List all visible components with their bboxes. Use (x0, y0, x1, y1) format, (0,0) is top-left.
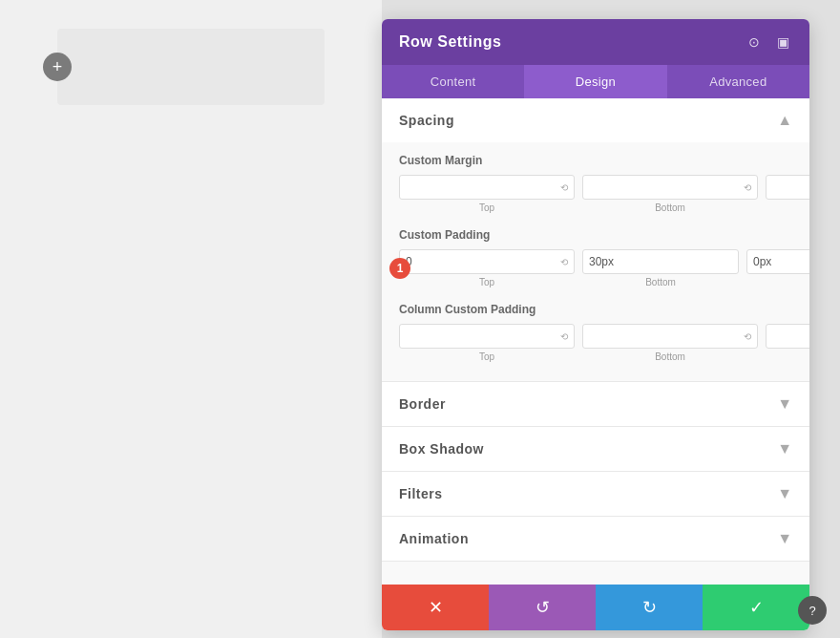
col-padding-left-input[interactable] (766, 325, 809, 348)
custom-margin-row: ⟲ Top ⟲ Bottom (399, 175, 792, 213)
padding-bottom-input-group (582, 249, 739, 274)
section-filters: Filters ▼ (382, 472, 809, 517)
col-custom-padding-row: ⟲ Top ⟲ Bottom (399, 324, 792, 362)
section-animation: Animation ▼ (382, 517, 809, 562)
add-row-button[interactable]: + (43, 53, 72, 81)
confirm-button[interactable]: ✓ (703, 585, 809, 630)
col-padding-left-input-group (766, 324, 809, 349)
margin-top-pair: ⟲ Top (399, 175, 575, 213)
section-spacing: Spacing ▲ Custom Margin ⟲ Top (382, 98, 809, 382)
col-padding-bottom-input-group: ⟲ (582, 324, 758, 349)
col-padding-bottom-pair: ⟲ Bottom (582, 324, 758, 362)
redo-button[interactable]: ↻ (596, 585, 703, 630)
section-box-shadow: Box Shadow ▼ (382, 427, 809, 472)
panel-header: Row Settings ⊙ ▣ (382, 19, 809, 65)
canvas-area: + (0, 0, 382, 638)
column-custom-padding-label: Column Custom Padding (399, 303, 792, 316)
padding-top-label: Top (479, 277, 494, 287)
padding-left-input[interactable] (747, 250, 809, 273)
tabs: Content Design Advanced (382, 65, 809, 98)
margin-bottom-link-icon[interactable]: ⟲ (738, 179, 757, 197)
custom-padding-label: Custom Padding (399, 228, 792, 242)
panel-header-icons: ⊙ ▣ (745, 32, 792, 52)
margin-top-link-icon[interactable]: ⟲ (555, 179, 574, 197)
section-title-box-shadow: Box Shadow (399, 441, 484, 457)
padding-top-pair: ⟲ Top (399, 249, 575, 287)
margin-top-label: Top (479, 202, 494, 213)
padding-left-input-group: ⟲ (746, 249, 809, 274)
padding-bottom-label: Bottom (645, 277, 676, 287)
padding-left-pair: ⟲ Left (746, 249, 809, 287)
badge-number: 1 (389, 258, 410, 279)
margin-bottom-input[interactable] (583, 176, 738, 199)
section-toggle-filters: ▼ (777, 485, 792, 502)
section-toggle-box-shadow: ▼ (777, 440, 792, 457)
margin-left-input[interactable] (766, 176, 809, 199)
padding-bottom-input[interactable] (583, 250, 738, 273)
col-padding-left-pair: Left (766, 324, 809, 362)
margin-left-pair: Left (766, 175, 809, 213)
section-title-border: Border (399, 396, 446, 412)
col-padding-top-pair: ⟲ Top (399, 324, 575, 362)
section-header-filters[interactable]: Filters ▼ (382, 472, 809, 516)
custom-padding-row: 1 ⟲ Top Bottom (399, 249, 792, 287)
tab-design[interactable]: Design (524, 65, 666, 98)
visibility-icon[interactable]: ⊙ (745, 32, 764, 52)
margin-bottom-label: Bottom (655, 202, 685, 213)
section-toggle-spacing: ▲ (777, 112, 792, 129)
panel-body: Spacing ▲ Custom Margin ⟲ Top (382, 98, 809, 585)
padding-top-input[interactable] (400, 250, 555, 273)
custom-margin-label: Custom Margin (399, 154, 792, 167)
col-padding-top-link-icon[interactable]: ⟲ (555, 328, 574, 346)
padding-bottom-pair: Bottom (582, 249, 739, 287)
section-toggle-border: ▼ (777, 395, 792, 413)
section-border: Border ▼ (382, 382, 809, 427)
margin-left-input-group (766, 175, 809, 200)
padding-top-link-icon[interactable]: ⟲ (555, 253, 574, 271)
section-header-border[interactable]: Border ▼ (382, 382, 809, 426)
reset-button[interactable]: ↺ (489, 585, 596, 630)
col-padding-top-input-group: ⟲ (399, 324, 575, 349)
col-padding-top-label: Top (479, 351, 494, 362)
cancel-button[interactable]: ✕ (382, 585, 489, 630)
layout-icon[interactable]: ▣ (773, 32, 792, 52)
help-button[interactable]: ? (798, 596, 827, 625)
section-header-box-shadow[interactable]: Box Shadow ▼ (382, 427, 809, 471)
section-content-spacing: Custom Margin ⟲ Top ⟲ Bo (382, 154, 809, 381)
col-padding-top-input[interactable] (400, 325, 555, 348)
col-padding-bottom-link-icon[interactable]: ⟲ (738, 328, 757, 346)
section-title-animation: Animation (399, 531, 469, 546)
section-header-spacing[interactable]: Spacing ▲ (382, 98, 809, 142)
margin-top-input-group: ⟲ (399, 175, 575, 200)
row-settings-panel: Row Settings ⊙ ▣ Content Design Advanced… (382, 19, 809, 630)
section-title-spacing: Spacing (399, 113, 454, 128)
section-header-animation[interactable]: Animation ▼ (382, 517, 809, 561)
section-title-filters: Filters (399, 486, 443, 501)
col-padding-bottom-input[interactable] (583, 325, 738, 348)
margin-bottom-input-group: ⟲ (582, 175, 758, 200)
margin-top-input[interactable] (400, 176, 555, 199)
panel-title: Row Settings (399, 33, 501, 51)
section-toggle-animation: ▼ (777, 530, 792, 547)
margin-bottom-pair: ⟲ Bottom (582, 175, 758, 213)
tab-advanced[interactable]: Advanced (667, 65, 809, 98)
tab-content[interactable]: Content (382, 65, 524, 98)
panel-footer: ✕ ↺ ↻ ✓ (382, 585, 809, 630)
padding-top-input-group: ⟲ (399, 249, 575, 274)
canvas-placeholder: + (57, 29, 325, 105)
col-padding-bottom-label: Bottom (655, 351, 685, 362)
